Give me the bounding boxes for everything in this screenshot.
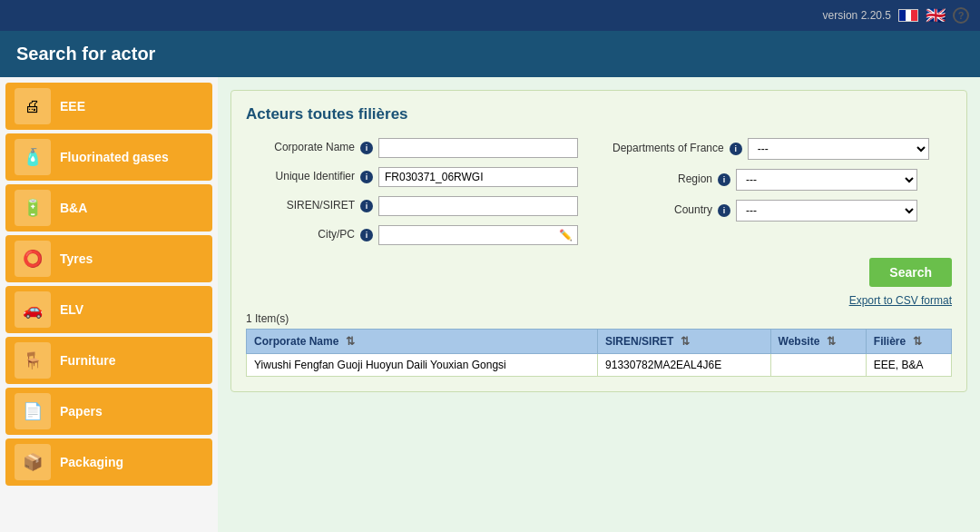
panel-title: Acteurs toutes filières: [246, 105, 952, 123]
city-pc-input[interactable]: [379, 226, 554, 244]
th-filiere[interactable]: Filière ⇅: [866, 330, 951, 354]
corporate-name-info-icon[interactable]: i: [360, 142, 373, 154]
help-icon[interactable]: ?: [953, 7, 969, 24]
page-title: Search for actor: [0, 31, 980, 77]
search-button[interactable]: Search: [869, 258, 952, 287]
sidebar-label-furniture: Furniture: [60, 353, 115, 369]
results-count: 1 Item(s): [246, 312, 952, 325]
flag-uk-icon[interactable]: 🇬🇧: [926, 5, 946, 25]
country-label: Country: [612, 203, 712, 218]
sidebar-item-tyres[interactable]: ⭕ Tyres: [5, 235, 212, 282]
sidebar-item-packaging[interactable]: 📦 Packaging: [5, 438, 212, 486]
export-row: Export to CSV format: [246, 294, 952, 307]
siren-siret-info-icon[interactable]: i: [360, 200, 373, 212]
furniture-icon: 🪑: [15, 342, 51, 379]
departments-france-row: Departments of France i ---: [612, 138, 952, 160]
edit-icon: ✏️: [554, 227, 577, 243]
region-info-icon[interactable]: i: [718, 173, 730, 186]
departments-france-info-icon[interactable]: i: [730, 143, 742, 155]
th-filiere-label: Filière: [874, 335, 906, 348]
elv-icon: 🚗: [15, 291, 51, 328]
city-pc-row: City/PC i ✏️: [246, 225, 585, 245]
export-csv-link[interactable]: Export to CSV format: [849, 294, 952, 307]
sidebar-label-elv: ELV: [60, 302, 83, 318]
sort-filiere-icon: ⇅: [913, 335, 922, 348]
region-label: Region: [612, 172, 712, 187]
departments-france-label: Departments of France: [612, 142, 724, 156]
country-row: Country i ---: [612, 200, 952, 222]
results-table: Corporate Name ⇅ SIREN/SIRET ⇅ Website ⇅: [246, 329, 952, 377]
sidebar-label-tyres: Tyres: [60, 251, 93, 267]
unique-identifier-info-icon[interactable]: i: [360, 171, 373, 183]
region-select[interactable]: ---: [736, 169, 917, 191]
sidebar-item-papers[interactable]: 📄 Papers: [5, 388, 212, 435]
eee-icon: 🖨: [15, 88, 51, 124]
sort-siren-siret-icon: ⇅: [681, 335, 690, 348]
papers-icon: 📄: [15, 393, 51, 429]
table-row: Yiwushi Fengfan Guoji Huoyun Daili Youxi…: [247, 354, 952, 377]
th-website-label: Website: [779, 335, 820, 348]
sort-website-icon: ⇅: [827, 335, 836, 348]
form-left: Corporate Name i Unique Identifier i SIR…: [246, 138, 585, 245]
sidebar-label-fluorinated-gases: Fluorinated gases: [60, 150, 169, 165]
table-header-row: Corporate Name ⇅ SIREN/SIRET ⇅ Website ⇅: [247, 330, 952, 354]
td-filiere: EEE, B&A: [866, 354, 951, 377]
tyres-icon: ⭕: [15, 241, 51, 277]
city-pc-info-icon[interactable]: i: [360, 229, 373, 241]
th-corporate-name[interactable]: Corporate Name ⇅: [247, 330, 598, 354]
search-btn-row: Search: [246, 258, 952, 287]
unique-identifier-label: Unique Identifier: [246, 170, 355, 184]
sidebar-label-packaging: Packaging: [60, 455, 123, 470]
th-website[interactable]: Website ⇅: [770, 330, 866, 354]
flag-fr-icon[interactable]: [898, 9, 918, 22]
sort-corporate-name-icon: ⇅: [346, 335, 355, 348]
td-corporate-name: Yiwushi Fengfan Guoji Huoyun Daili Youxi…: [247, 354, 598, 377]
departments-france-select[interactable]: ---: [748, 138, 929, 160]
th-siren-siret[interactable]: SIREN/SIRET ⇅: [598, 330, 771, 354]
content-area: Acteurs toutes filières Corporate Name i…: [218, 77, 980, 532]
sidebar: 🖨 EEE 🧴 Fluorinated gases 🔋 B&A ⭕ Tyres …: [0, 77, 218, 532]
sidebar-label-papers: Papers: [60, 404, 103, 419]
siren-siret-row: SIREN/SIRET i: [246, 196, 585, 216]
city-pc-input-wrapper: ✏️: [378, 225, 578, 245]
td-website: [770, 354, 866, 377]
unique-identifier-input[interactable]: [378, 167, 578, 187]
sidebar-item-eee[interactable]: 🖨 EEE: [5, 83, 212, 130]
unique-identifier-row: Unique Identifier i: [246, 167, 585, 187]
th-corporate-name-label: Corporate Name: [254, 335, 338, 348]
region-row: Region i ---: [612, 169, 952, 191]
sidebar-item-furniture[interactable]: 🪑 Furniture: [5, 337, 212, 384]
city-pc-label: City/PC: [246, 228, 355, 242]
sidebar-item-fluorinated-gases[interactable]: 🧴 Fluorinated gases: [5, 133, 212, 181]
form-right: Departments of France i --- Region i ---: [612, 138, 952, 245]
siren-siret-input[interactable]: [378, 196, 578, 216]
td-siren-siret: 91330782MA2EAL4J6E: [598, 354, 771, 377]
country-info-icon[interactable]: i: [718, 204, 730, 217]
corporate-name-input[interactable]: [378, 138, 578, 158]
corporate-name-label: Corporate Name: [246, 141, 355, 155]
form-grid: Corporate Name i Unique Identifier i SIR…: [246, 138, 952, 245]
th-siren-siret-label: SIREN/SIRET: [605, 335, 673, 348]
fluorinated-gases-icon: 🧴: [15, 139, 51, 175]
packaging-icon: 📦: [15, 444, 51, 480]
siren-siret-label: SIREN/SIRET: [246, 199, 355, 213]
top-bar: version 2.20.5 🇬🇧 ?: [0, 0, 980, 31]
sidebar-label-bna: B&A: [60, 201, 87, 216]
search-panel: Acteurs toutes filières Corporate Name i…: [230, 90, 967, 392]
sidebar-item-elv[interactable]: 🚗 ELV: [5, 286, 212, 333]
bna-icon: 🔋: [15, 190, 51, 226]
corporate-name-row: Corporate Name i: [246, 138, 585, 158]
version-text: version 2.20.5: [823, 9, 891, 22]
country-select[interactable]: ---: [736, 200, 917, 222]
sidebar-label-eee: EEE: [60, 99, 85, 114]
main-layout: 🖨 EEE 🧴 Fluorinated gases 🔋 B&A ⭕ Tyres …: [0, 77, 980, 532]
sidebar-item-bna[interactable]: 🔋 B&A: [5, 184, 212, 232]
